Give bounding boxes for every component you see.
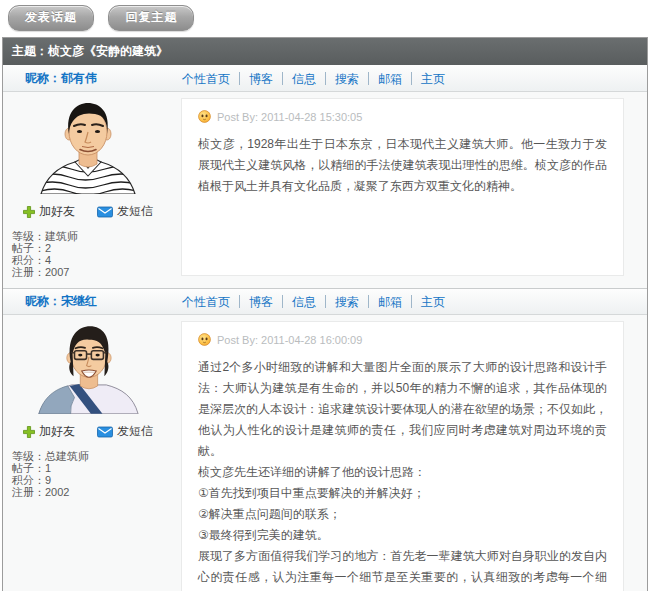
thread-toolbar: 发表话题 回复主题 [0,0,650,37]
post-body: 加好友 发短信 等级：总建筑师 帖子：1 积分：9 注册：2002 [3,315,647,591]
plus-icon [23,206,35,218]
post-paragraph: 桢文彦，1928年出生于日本东京，日本现代主义建筑大师。他一生致力于发展现代主义… [198,134,607,197]
send-message-link[interactable]: 发短信 [97,203,153,220]
post-topic-button[interactable]: 发表话题 [8,5,94,31]
post-header: 昵称：宋继红 个性首页 博客 信息 搜索 邮箱 主页 [3,288,647,315]
stat-points: 积分：9 [12,474,173,486]
post-meta: Post By: 2011-04-28 15:30:05 [198,110,607,123]
post-content-cell: Post By: 2011-04-28 16:00:09 通过2个多小时细致的讲… [173,315,647,591]
post-timestamp: Post By: 2011-04-28 16:00:09 [217,334,362,346]
post-meta: Post By: 2011-04-28 16:00:09 [198,333,607,346]
post-paragraph: 通过2个多小时细致的讲解和大量图片全面的展示了大师的设计思路和设计手法：大师认为… [198,357,607,462]
nav-link-search[interactable]: 搜索 [335,72,359,86]
author-stats: 等级：总建筑师 帖子：1 积分：9 注册：2002 [12,450,173,498]
post-paragraph: ①首先找到项目中重点要解决的并解决好； [198,483,607,504]
post-paragraph: 桢文彦先生还详细的讲解了他的设计思路： [198,462,607,483]
nav-link-blog[interactable]: 博客 [249,295,273,309]
reply-topic-button[interactable]: 回复主题 [108,5,194,31]
post-paragraph: ②解决重点问题间的联系； [198,504,607,525]
forum-thread-page: 发表话题 回复主题 主题：桢文彦《安静的建筑》 昵称：郁有伟 个性首页 博客 信… [0,0,650,591]
profile-nav-links: 个性首页 博客 信息 搜索 邮箱 主页 [173,72,454,85]
stat-level: 等级：建筑师 [12,230,173,242]
stat-points: 积分：4 [12,254,173,266]
envelope-icon [97,206,113,218]
send-message-label: 发短信 [117,203,153,220]
stat-posts: 帖子：2 [12,242,173,254]
thread-container: 主题：桢文彦《安静的建筑》 昵称：郁有伟 个性首页 博客 信息 搜索 邮箱 主页 [2,37,648,591]
post-paragraph: ③最终得到完美的建筑。 [198,525,607,546]
author-actions: 加好友 发短信 [3,203,173,220]
post-content-box: Post By: 2011-04-28 16:00:09 通过2个多小时细致的讲… [181,321,624,591]
post-body: 加好友 发短信 等级：建筑师 帖子：2 积分：4 注册：2007 [3,92,647,288]
post-text: 桢文彦，1928年出生于日本东京，日本现代主义建筑大师。他一生致力于发展现代主义… [198,134,607,197]
author-actions: 加好友 发短信 [3,423,173,440]
nav-link-profile-home[interactable]: 个性首页 [182,72,230,86]
author-stats: 等级：建筑师 帖子：2 积分：4 注册：2007 [12,230,173,278]
nav-link-mailbox[interactable]: 邮箱 [378,72,402,86]
topic-title: 主题：桢文彦《安静的建筑》 [12,44,168,58]
envelope-icon [97,426,113,438]
stat-registered: 注册：2007 [12,266,173,278]
plus-icon [23,426,35,438]
nav-link-blog[interactable]: 博客 [249,72,273,86]
smiley-icon [198,110,211,123]
avatar[interactable] [35,102,141,198]
smiley-icon [198,333,211,346]
nav-link-homepage[interactable]: 主页 [421,72,445,86]
stat-registered: 注册：2002 [12,486,173,498]
nav-link-profile-home[interactable]: 个性首页 [182,295,230,309]
nav-link-info[interactable]: 信息 [292,72,316,86]
post-content-box: Post By: 2011-04-28 15:30:05 桢文彦，1928年出生… [181,98,624,276]
send-message-link[interactable]: 发短信 [97,423,153,440]
stat-level: 等级：总建筑师 [12,450,173,462]
add-friend-label: 加好友 [39,203,75,220]
post-paragraph: 展现了多方面值得我们学习的地方：首先老一辈建筑大师对自身职业的发自内心的责任感，… [198,546,607,591]
nickname-label: 昵称：郁有伟 [25,70,173,87]
post-header: 昵称：郁有伟 个性首页 博客 信息 搜索 邮箱 主页 [3,65,647,92]
stat-posts: 帖子：1 [12,462,173,474]
nav-link-search[interactable]: 搜索 [335,295,359,309]
post-author-panel: 加好友 发短信 等级：建筑师 帖子：2 积分：4 注册：2007 [3,92,173,288]
female-avatar-illustration [35,325,141,414]
add-friend-label: 加好友 [39,423,75,440]
nickname-label: 昵称：宋继红 [25,293,173,310]
profile-nav-links: 个性首页 博客 信息 搜索 邮箱 主页 [173,295,454,308]
add-friend-link[interactable]: 加好友 [23,203,75,220]
post-text: 通过2个多小时细致的讲解和大量图片全面的展示了大师的设计思路和设计手法：大师认为… [198,357,607,591]
male-avatar-illustration [35,102,141,194]
avatar[interactable] [35,325,141,418]
add-friend-link[interactable]: 加好友 [23,423,75,440]
nav-link-info[interactable]: 信息 [292,295,316,309]
post-timestamp: Post By: 2011-04-28 15:30:05 [217,111,362,123]
post-author-panel: 加好友 发短信 等级：总建筑师 帖子：1 积分：9 注册：2002 [3,315,173,591]
send-message-label: 发短信 [117,423,153,440]
post-content-cell: Post By: 2011-04-28 15:30:05 桢文彦，1928年出生… [173,92,647,288]
nav-link-mailbox[interactable]: 邮箱 [378,295,402,309]
nav-link-homepage[interactable]: 主页 [421,295,445,309]
topic-title-bar: 主题：桢文彦《安静的建筑》 [3,38,647,65]
